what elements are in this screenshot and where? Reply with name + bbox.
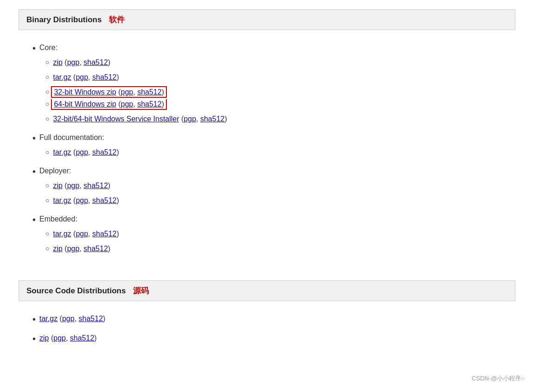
deployer-targz-sha512[interactable]: sha512 [92, 196, 117, 204]
bullet-dot: • [32, 313, 36, 325]
bullet-dot: • [32, 165, 36, 177]
sub-bullet: ○ [45, 228, 49, 239]
binary-section-title: Binary Distributions [26, 15, 102, 25]
core-installer-link[interactable]: 32-bit/64-bit Windows Service Installer [53, 115, 179, 123]
deployer-targz-item: ○ tar.gz (pgp, sha512) [45, 195, 515, 206]
embedded-item: • Embedded: ○ tar.gz (pgp, sha512) ○ zip… [32, 214, 515, 254]
sub-bullet: ○ [45, 87, 49, 97]
core-targz-pgp[interactable]: pgp [76, 73, 88, 81]
sub-bullet: ○ [45, 99, 49, 109]
core-zip-link[interactable]: zip [53, 58, 62, 66]
core-installer-pgp[interactable]: pgp [184, 115, 196, 123]
sub-bullet: ○ [45, 114, 49, 124]
bullet-dot: • [32, 333, 36, 345]
source-targz-link[interactable]: tar.gz [39, 315, 57, 322]
source-zip-pgp[interactable]: pgp [53, 334, 66, 342]
core-installer-item: ○ 32-bit/64-bit Windows Service Installe… [45, 114, 515, 125]
fulldoc-targz-sha512[interactable]: sha512 [92, 148, 117, 156]
embedded-zip-item: ○ zip (pgp, sha512) [45, 243, 515, 254]
deployer-label: Deployer: [39, 165, 71, 177]
core-installer-content: 32-bit/64-bit Windows Service Installer … [53, 114, 227, 125]
core-targz-sha512[interactable]: sha512 [92, 73, 117, 81]
embedded-targz-pgp[interactable]: pgp [76, 230, 88, 238]
core-label: Core: [39, 42, 57, 53]
sub-bullet: ○ [45, 57, 49, 67]
binary-distributions-section: Binary Distributions 软件 • Core: ○ zip (p… [19, 9, 515, 273]
source-targz-pgp[interactable]: pgp [62, 315, 75, 322]
core-zip-item: ○ zip (pgp, sha512) [45, 57, 515, 68]
source-section-title: Source Code Distributions [26, 286, 126, 296]
source-targz-item: • tar.gz (pgp, sha512) [32, 313, 515, 325]
fulldoc-targz-link[interactable]: tar.gz [53, 148, 71, 156]
core-64bit-link[interactable]: 64-bit Windows zip [54, 100, 116, 108]
embedded-targz-sha512[interactable]: sha512 [92, 230, 117, 238]
embedded-zip-pgp[interactable]: pgp [67, 245, 80, 253]
deployer-zip-content: zip (pgp, sha512) [53, 180, 110, 191]
embedded-targz-link[interactable]: tar.gz [53, 230, 71, 238]
watermark: CSDN-@小小程序○ [472, 374, 525, 383]
deployer-targz-pgp[interactable]: pgp [76, 196, 88, 204]
source-section-header: Source Code Distributions 源码 [19, 280, 515, 301]
core-item: • Core: ○ zip (pgp, sha512) ○ tar.gz (pg… [32, 42, 515, 125]
sub-bullet: ○ [45, 195, 49, 205]
source-zip-item: • zip (pgp, sha512) [32, 333, 515, 345]
sub-bullet: ○ [45, 72, 49, 82]
core-zip-sha512[interactable]: sha512 [83, 58, 108, 66]
core-32bit-link[interactable]: 32-bit Windows zip [54, 88, 116, 96]
source-content: • tar.gz (pgp, sha512) • zip (pgp, sha51… [19, 310, 515, 363]
binary-section-chinese-label: 软件 [109, 14, 125, 25]
core-sub-list: ○ zip (pgp, sha512) ○ tar.gz (pgp, sha51… [45, 57, 515, 125]
bullet-dot: • [32, 214, 36, 226]
core-zip-pgp[interactable]: pgp [67, 58, 80, 66]
embedded-label: Embedded: [39, 214, 77, 225]
core-64bit-content: 64-bit Windows zip (pgp, sha512) [53, 99, 165, 110]
embedded-zip-link[interactable]: zip [53, 245, 62, 253]
embedded-targz-item: ○ tar.gz (pgp, sha512) [45, 228, 515, 240]
core-64bit-sha512[interactable]: sha512 [137, 100, 162, 108]
sub-bullet: ○ [45, 243, 49, 253]
core-64bit-item: ○ 64-bit Windows zip (pgp, sha512) [45, 99, 515, 110]
binary-content: • Core: ○ zip (pgp, sha512) ○ tar.gz (pg… [19, 38, 515, 273]
core-installer-sha512[interactable]: sha512 [200, 115, 225, 123]
source-section-chinese-label: 源码 [133, 285, 149, 296]
sub-bullet: ○ [45, 180, 49, 190]
source-targz-sha512[interactable]: sha512 [79, 315, 103, 322]
core-32bit-content: 32-bit Windows zip (pgp, sha512) [53, 87, 165, 98]
deployer-item: • Deployer: ○ zip (pgp, sha512) ○ tar.gz… [32, 165, 515, 206]
deployer-targz-content: tar.gz (pgp, sha512) [53, 195, 119, 206]
deployer-targz-link[interactable]: tar.gz [53, 196, 71, 204]
source-main-list: • tar.gz (pgp, sha512) • zip (pgp, sha51… [32, 313, 515, 345]
sub-bullet: ○ [45, 147, 49, 157]
source-zip-sha512[interactable]: sha512 [70, 334, 95, 342]
embedded-zip-sha512[interactable]: sha512 [83, 245, 108, 253]
fulldoc-item: • Full documentation: ○ tar.gz (pgp, sha… [32, 132, 515, 158]
deployer-sub-list: ○ zip (pgp, sha512) ○ tar.gz (pgp, sha51… [45, 180, 515, 206]
embedded-sub-list: ○ tar.gz (pgp, sha512) ○ zip (pgp, sha51… [45, 228, 515, 254]
fulldoc-label: Full documentation: [39, 132, 104, 143]
fulldoc-sub-list: ○ tar.gz (pgp, sha512) [45, 147, 515, 158]
source-zip-link[interactable]: zip [39, 334, 49, 342]
binary-section-header: Binary Distributions 软件 [19, 9, 515, 30]
deployer-zip-link[interactable]: zip [53, 182, 62, 190]
fulldoc-targz-content: tar.gz (pgp, sha512) [53, 147, 119, 158]
deployer-zip-sha512[interactable]: sha512 [83, 182, 108, 190]
core-targz-link[interactable]: tar.gz [53, 73, 71, 81]
core-64bit-pgp[interactable]: pgp [121, 100, 134, 108]
embedded-zip-content: zip (pgp, sha512) [53, 243, 110, 254]
binary-main-list: • Core: ○ zip (pgp, sha512) ○ tar.gz (pg… [32, 42, 515, 254]
core-zip-content: zip (pgp, sha512) [53, 57, 110, 68]
core-32bit-sha512[interactable]: sha512 [137, 88, 162, 96]
deployer-zip-pgp[interactable]: pgp [67, 182, 80, 190]
core-targz-content: tar.gz (pgp, sha512) [53, 72, 119, 83]
bullet-dot: • [32, 132, 36, 144]
fulldoc-targz-item: ○ tar.gz (pgp, sha512) [45, 147, 515, 158]
source-code-section: Source Code Distributions 源码 • tar.gz (p… [19, 280, 515, 363]
source-targz-content: tar.gz (pgp, sha512) [39, 313, 105, 324]
fulldoc-targz-pgp[interactable]: pgp [76, 148, 88, 156]
bullet-dot: • [32, 42, 36, 54]
embedded-targz-content: tar.gz (pgp, sha512) [53, 228, 119, 240]
core-32bit-pgp[interactable]: pgp [121, 88, 134, 96]
deployer-zip-item: ○ zip (pgp, sha512) [45, 180, 515, 191]
core-32bit-item: ○ 32-bit Windows zip (pgp, sha512) [45, 87, 515, 98]
core-targz-item: ○ tar.gz (pgp, sha512) [45, 72, 515, 83]
